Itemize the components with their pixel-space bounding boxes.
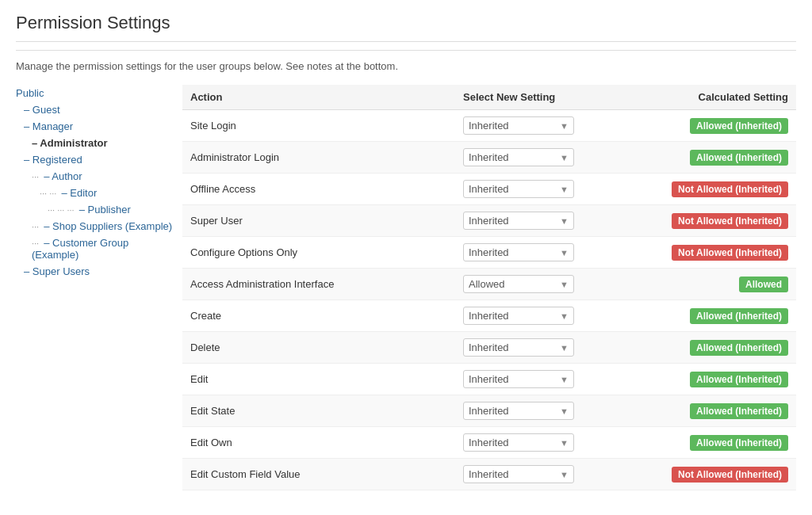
- select-cell-7: InheritedAllowedDenied▼: [455, 332, 626, 364]
- select-wrapper-2: InheritedAllowedDenied▼: [463, 180, 574, 198]
- action-cell-4: Configure Options Only: [182, 237, 455, 269]
- calc-badge-2: Not Allowed (Inherited): [672, 181, 788, 197]
- table-row: EditInheritedAllowedDenied▼Allowed (Inhe…: [182, 364, 796, 395]
- select-wrapper-0: InheritedAllowedDenied▼: [463, 116, 574, 135]
- setting-select-4[interactable]: InheritedAllowedDenied: [469, 246, 556, 258]
- sidebar-item-3[interactable]: – Administrator: [32, 135, 174, 151]
- select-cell-11: InheritedAllowedDenied▼: [455, 459, 626, 490]
- sidebar-label-1: – Guest: [24, 104, 60, 116]
- table-header: Action Select New Setting Calculated Set…: [182, 85, 796, 110]
- action-cell-8: Edit: [182, 364, 455, 395]
- sidebar-label-8: – Shop Suppliers (Example): [44, 220, 172, 232]
- select-arrow-11: ▼: [560, 470, 569, 479]
- setting-select-5[interactable]: InheritedAllowedDenied: [469, 278, 556, 290]
- calc-cell-7: Allowed (Inherited): [626, 332, 796, 364]
- permissions-table: Action Select New Setting Calculated Set…: [182, 85, 796, 490]
- calc-cell-4: Not Allowed (Inherited): [626, 237, 796, 269]
- select-cell-5: InheritedAllowedDenied▼: [455, 269, 626, 300]
- calc-badge-5: Allowed: [739, 277, 788, 292]
- calc-cell-2: Not Allowed (Inherited): [626, 174, 796, 205]
- calc-badge-0: Allowed (Inherited): [690, 118, 788, 134]
- table-row: Access Administration InterfaceInherited…: [182, 269, 796, 300]
- setting-select-1[interactable]: InheritedAllowedDenied: [469, 151, 556, 163]
- calc-cell-11: Not Allowed (Inherited): [626, 459, 796, 490]
- calc-badge-9: Allowed (Inherited): [690, 403, 788, 419]
- select-arrow-10: ▼: [560, 438, 569, 448]
- table-row: DeleteInheritedAllowedDenied▼Allowed (In…: [182, 332, 796, 364]
- table-body: Site LoginInheritedAllowedDenied▼Allowed…: [182, 110, 796, 490]
- sidebar-label-6: – Editor: [61, 187, 97, 199]
- setting-select-11[interactable]: InheritedAllowedDenied: [469, 468, 556, 480]
- table-row: Administrator LoginInheritedAllowedDenie…: [182, 142, 796, 174]
- setting-select-3[interactable]: InheritedAllowedDenied: [469, 215, 556, 227]
- calc-cell-5: Allowed: [626, 269, 796, 300]
- sidebar-item-5[interactable]: ··· – Author: [32, 168, 174, 185]
- select-wrapper-3: InheritedAllowedDenied▼: [463, 212, 574, 230]
- calc-cell-9: Allowed (Inherited): [626, 395, 796, 427]
- calc-badge-1: Allowed (Inherited): [690, 150, 788, 166]
- setting-select-8[interactable]: InheritedAllowedDenied: [469, 373, 556, 385]
- sidebar-dots-9: ···: [32, 238, 41, 248]
- select-cell-2: InheritedAllowedDenied▼: [455, 174, 626, 205]
- select-arrow-3: ▼: [560, 216, 569, 226]
- select-arrow-8: ▼: [560, 375, 569, 384]
- table-row: Super UserInheritedAllowedDenied▼Not All…: [182, 205, 796, 237]
- setting-select-10[interactable]: InheritedAllowedDenied: [469, 437, 556, 448]
- col-select: Select New Setting: [455, 85, 626, 110]
- setting-select-6[interactable]: InheritedAllowedDenied: [469, 310, 556, 322]
- sidebar-item-0[interactable]: Public: [16, 85, 174, 101]
- sidebar-label-5: – Author: [44, 170, 82, 182]
- action-cell-10: Edit Own: [182, 427, 455, 459]
- sidebar-item-6[interactable]: ··· ··· – Editor: [40, 185, 174, 201]
- select-wrapper-8: InheritedAllowedDenied▼: [463, 370, 574, 388]
- table-row: Edit Custom Field ValueInheritedAllowedD…: [182, 459, 796, 490]
- sidebar-label-0: Public: [16, 87, 44, 99]
- action-cell-7: Delete: [182, 332, 455, 364]
- setting-select-0[interactable]: InheritedAllowedDenied: [469, 120, 556, 132]
- select-cell-3: InheritedAllowedDenied▼: [455, 205, 626, 237]
- sidebar-item-4[interactable]: – Registered: [24, 151, 174, 168]
- calc-cell-3: Not Allowed (Inherited): [626, 205, 796, 237]
- sidebar-dots-7: ··· ··· ···: [48, 205, 77, 215]
- col-action: Action: [182, 85, 455, 110]
- select-arrow-2: ▼: [560, 185, 569, 194]
- sidebar-item-9[interactable]: ··· – Customer Group (Example): [32, 235, 174, 263]
- sidebar-dots-5: ···: [32, 172, 41, 181]
- sidebar-item-10[interactable]: – Super Users: [24, 263, 174, 280]
- select-wrapper-6: InheritedAllowedDenied▼: [463, 307, 574, 325]
- sidebar-item-7[interactable]: ··· ··· ··· – Publisher: [48, 201, 174, 218]
- select-wrapper-11: InheritedAllowedDenied▼: [463, 465, 574, 483]
- setting-select-2[interactable]: InheritedAllowedDenied: [469, 183, 556, 195]
- select-wrapper-10: InheritedAllowedDenied▼: [463, 433, 574, 452]
- table-row: Edit OwnInheritedAllowedDenied▼Allowed (…: [182, 427, 796, 459]
- sidebar-label-3: – Administrator: [32, 137, 108, 149]
- action-cell-1: Administrator Login: [182, 142, 455, 174]
- sidebar-label-9: – Customer Group (Example): [32, 237, 128, 261]
- select-cell-9: InheritedAllowedDenied▼: [455, 395, 626, 427]
- calc-cell-6: Allowed (Inherited): [626, 300, 796, 332]
- sidebar-item-2[interactable]: – Manager: [24, 118, 174, 135]
- calc-cell-0: Allowed (Inherited): [626, 110, 796, 142]
- select-arrow-1: ▼: [560, 153, 569, 162]
- select-wrapper-5: InheritedAllowedDenied▼: [463, 275, 574, 293]
- action-cell-0: Site Login: [182, 110, 455, 142]
- sidebar-item-1[interactable]: – Guest: [24, 101, 174, 118]
- sidebar-label-4: – Registered: [24, 154, 82, 166]
- action-cell-9: Edit State: [182, 395, 455, 427]
- setting-select-9[interactable]: InheritedAllowedDenied: [469, 405, 556, 417]
- table-row: CreateInheritedAllowedDenied▼Allowed (In…: [182, 300, 796, 332]
- action-cell-11: Edit Custom Field Value: [182, 459, 455, 490]
- select-arrow-5: ▼: [560, 280, 569, 289]
- divider: [16, 50, 796, 51]
- table-row: Edit StateInheritedAllowedDenied▼Allowed…: [182, 395, 796, 427]
- sidebar-dots-8: ···: [32, 222, 41, 231]
- select-arrow-6: ▼: [560, 311, 569, 321]
- table-row: Configure Options OnlyInheritedAllowedDe…: [182, 237, 796, 269]
- select-arrow-9: ▼: [560, 406, 569, 416]
- sidebar-item-8[interactable]: ··· – Shop Suppliers (Example): [32, 218, 174, 235]
- select-wrapper-9: InheritedAllowedDenied▼: [463, 402, 574, 420]
- setting-select-7[interactable]: InheritedAllowedDenied: [469, 341, 556, 353]
- page-description: Manage the permission settings for the u…: [16, 60, 796, 72]
- select-wrapper-7: InheritedAllowedDenied▼: [463, 338, 574, 357]
- select-wrapper-1: InheritedAllowedDenied▼: [463, 148, 574, 166]
